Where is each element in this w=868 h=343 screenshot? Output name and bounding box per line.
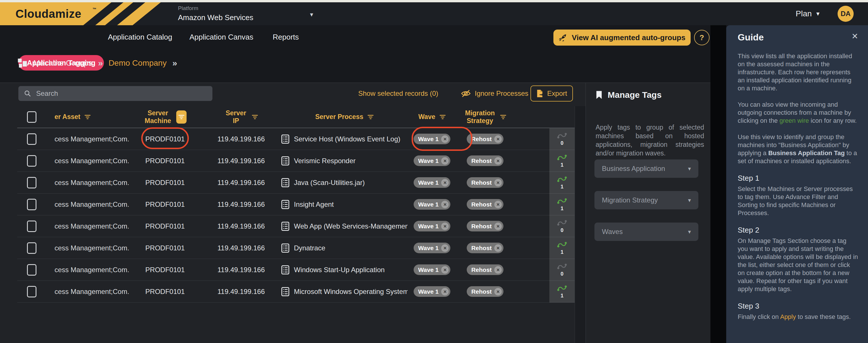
wave-tag[interactable]: Wave 1 [414,265,451,275]
wave-cell: Wave 1 [408,194,456,215]
connections-cell[interactable]: 0 [549,128,575,150]
strategy-tag[interactable]: Rehost [467,265,503,275]
connections-cell[interactable]: 1 [549,237,575,259]
ignore-processes-label: Ignore Processes [475,90,528,98]
business-application-dropdown[interactable]: Business Application [594,160,699,178]
strategy-tag[interactable]: Rehost [467,286,503,297]
tab-reports[interactable]: Reports [273,25,299,49]
wave-tag[interactable]: Wave 1 [414,199,451,210]
wire-icon[interactable] [557,219,567,227]
strategy-tag[interactable]: Rehost [467,199,503,210]
wave-tag[interactable]: Wave 1 [414,243,451,253]
wire-icon[interactable] [557,263,567,270]
header-wave[interactable]: Wave [408,106,456,128]
help-button[interactable]: ? [694,30,710,45]
remove-tag-icon[interactable] [494,201,502,208]
row-checkbox[interactable] [27,133,36,145]
wire-icon[interactable] [557,197,567,205]
select-all-checkbox[interactable] [27,111,36,123]
remove-tag-icon[interactable] [441,179,448,186]
connections-cell[interactable]: 1 [549,281,575,303]
header-server-process[interactable]: Server Process [281,106,408,128]
wire-icon[interactable] [557,154,567,161]
wave-tag[interactable]: Wave 1 [414,221,451,232]
chevron-down-icon[interactable] [310,11,313,19]
connections-cell[interactable]: 0 [549,259,575,281]
plan-menu[interactable]: Plan [796,2,819,25]
row-checkbox[interactable] [27,155,36,167]
row-checkbox[interactable] [27,264,36,276]
wire-icon[interactable] [557,241,567,248]
row-checkbox[interactable] [27,242,36,254]
remove-tag-icon[interactable] [494,266,502,274]
filter-icon[interactable] [439,114,446,119]
connections-cell[interactable]: 1 [549,194,575,215]
migration-strategy-dropdown[interactable]: Migration Strategy [594,191,699,209]
strategy-tag[interactable]: Rehost [467,243,503,253]
strategy-tag[interactable]: Rehost [467,156,503,166]
guide-text: Finally click on [738,313,780,320]
remove-tag-icon[interactable] [441,244,448,252]
remove-tag-icon[interactable] [494,288,502,296]
panel-gap [710,25,726,343]
search-box[interactable] [19,86,212,101]
header-server-machine[interactable]: Server Machine [129,106,201,128]
remove-tag-icon[interactable] [494,179,502,186]
breadcrumb-machine-groups[interactable]: Machine Groups [33,59,92,68]
remove-tag-icon[interactable] [441,222,448,230]
table-row: cess Management;Com... PRODF0101 119.49.… [17,259,575,281]
ignore-processes-button[interactable]: Ignore Processes [461,86,528,101]
connections-cell[interactable]: 0 [549,215,575,237]
wire-icon[interactable] [557,175,567,183]
view-ai-auto-groups-button[interactable]: View AI augmented auto-groups [553,30,691,45]
chevron-down-icon [688,197,691,204]
remove-tag-icon[interactable] [441,288,448,296]
table-scrollbar-gutter[interactable] [575,106,586,343]
header-server-ip[interactable]: Server IP [201,106,281,128]
show-selected-records-link[interactable]: Show selected records (0) [358,90,438,98]
wave-tag[interactable]: Wave 1 [414,286,451,297]
strategy-tag[interactable]: Rehost [467,134,503,144]
remove-tag-icon[interactable] [494,244,502,252]
filter-icon[interactable] [252,114,258,119]
filter-icon[interactable] [500,114,506,119]
remove-tag-icon[interactable] [441,266,448,274]
tab-application-catalog[interactable]: Application Catalog [108,25,172,49]
cloudamize-logo[interactable]: Cloudamize ™ [0,2,166,25]
header-asset[interactable]: er Asset [46,106,129,128]
row-checkbox[interactable] [27,177,36,188]
filter-icon[interactable] [84,114,91,119]
strategy-tag[interactable]: Rehost [467,221,503,232]
wave-tag[interactable]: Wave 1 [414,177,451,188]
connections-cell[interactable]: 1 [549,150,575,172]
filter-icon[interactable] [367,114,374,119]
remove-tag-icon[interactable] [494,135,502,143]
wire-icon[interactable] [557,132,567,139]
export-button[interactable]: Export [530,85,573,102]
remove-tag-icon[interactable] [494,222,502,230]
server-process-cell: Java (Scan-Utilities.jar) [281,172,408,193]
wave-tag[interactable]: Wave 1 [414,134,451,144]
remove-tag-icon[interactable] [441,157,448,165]
waves-dropdown[interactable]: Waves [594,222,699,241]
search-input[interactable] [36,89,207,98]
wave-tag[interactable]: Wave 1 [414,156,451,166]
process-icon [281,135,289,144]
avatar[interactable]: DA [838,6,854,22]
row-checkbox[interactable] [27,220,36,232]
row-checkbox[interactable] [27,286,36,298]
remove-tag-icon[interactable] [494,157,502,165]
header-migration-strategy[interactable]: Migration Strategy [456,106,514,128]
wire-icon[interactable] [557,284,567,292]
breadcrumb-demo-company[interactable]: Demo Company [108,59,166,68]
connections-cell[interactable]: 1 [549,172,575,194]
remove-tag-icon[interactable] [441,201,448,208]
close-icon[interactable]: ✕ [851,32,858,41]
platform-select[interactable]: Platform Amazon Web Services [178,5,253,22]
filter-active-icon[interactable] [176,110,187,124]
strategy-tag[interactable]: Rehost [467,177,503,188]
row-checkbox[interactable] [27,199,36,210]
remove-tag-icon[interactable] [441,135,448,143]
wave-cell: Wave 1 [408,215,456,237]
tab-application-canvas[interactable]: Application Canvas [189,25,253,49]
